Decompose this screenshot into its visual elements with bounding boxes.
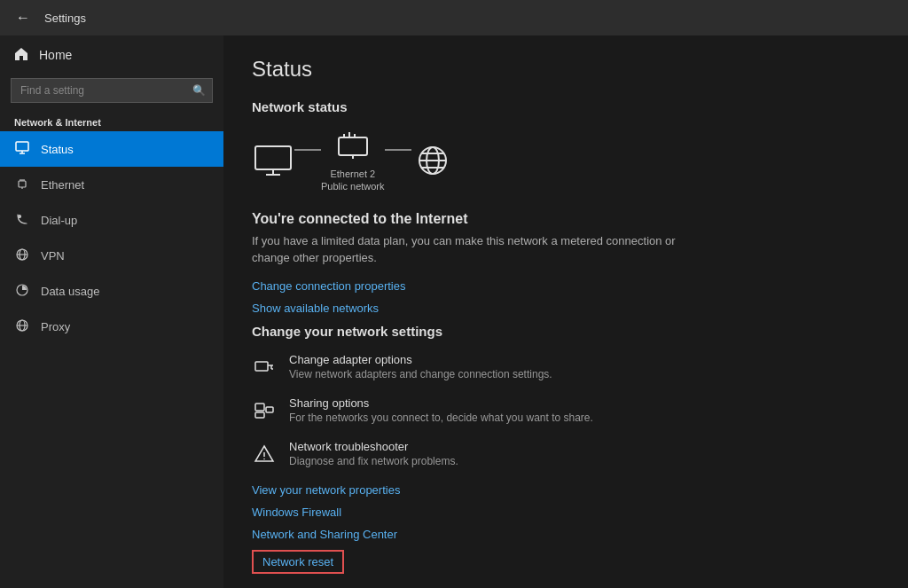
sidebar-item-ethernet[interactable]: Ethernet [0,167,223,202]
vpn-icon [14,247,30,264]
proxy-icon [14,318,30,335]
svg-rect-35 [255,412,264,418]
net-node-computer [252,143,294,178]
sidebar-label-vpn: VPN [41,249,65,263]
net-node-globe [411,143,454,178]
svg-rect-36 [266,407,273,412]
sidebar-label-proxy: Proxy [41,320,70,333]
sidebar-label-dialup: Dial-up [41,214,77,227]
svg-point-8 [19,215,21,217]
net-line-2 [385,149,411,151]
sidebar-item-dialup[interactable]: Dial-up [0,202,223,238]
adapter-desc: View network adapters and change connect… [289,368,552,380]
svg-rect-34 [255,404,264,411]
sidebar-section-title: Network & Internet [0,110,223,131]
sharing-center-link[interactable]: Network and Sharing Center [252,528,397,541]
svg-point-38 [263,458,265,459]
svg-rect-19 [339,137,367,155]
network-properties-link[interactable]: View your network properties [252,483,400,497]
sharing-icon [252,398,277,423]
sidebar-item-data-usage[interactable]: Data usage [0,273,223,309]
change-connection-link[interactable]: Change connection properties [252,279,405,293]
settings-item-troubleshooter: Network troubleshooter Diagnose and fix … [252,440,880,467]
page-title: Status [252,57,880,82]
ethernet-icon [14,176,30,193]
sidebar: Home 🔍 Network & Internet Status [0,35,223,588]
change-settings-title: Change your network settings [252,324,880,339]
home-label: Home [39,48,72,62]
sidebar-label-data-usage: Data usage [41,285,100,298]
connected-title: You're connected to the Internet [252,211,880,227]
troubleshooter-icon [252,442,277,466]
adapter-title: Change adapter options [289,353,552,366]
connected-desc: If you have a limited data plan, you can… [252,232,695,267]
settings-item-sharing: Sharing options For the networks you con… [252,396,880,424]
net-node-router: Ethernet 2Public network [321,129,385,193]
sharing-desc: For the networks you connect to, decide … [289,412,593,424]
svg-rect-16 [255,146,291,169]
svg-rect-3 [19,181,26,187]
sidebar-item-status[interactable]: Status [0,131,223,167]
net-node-router-label: Ethernet 2Public network [321,168,385,193]
network-reset-button[interactable]: Network reset [252,550,344,574]
main-layout: Home 🔍 Network & Internet Status [0,35,908,588]
network-diagram: Ethernet 2Public network [252,129,880,193]
title-bar: ← Settings [0,0,908,35]
show-networks-link[interactable]: Show available networks [252,302,379,315]
windows-firewall-row: Windows Firewall [252,506,880,519]
network-status-title: Network status [252,99,880,114]
svg-rect-0 [16,142,28,151]
sidebar-label-status: Status [41,143,74,156]
data-usage-icon [14,283,30,300]
sidebar-item-home[interactable]: Home [0,35,223,74]
troubleshooter-desc: Diagnose and fix network problems. [289,455,458,467]
windows-firewall-link[interactable]: Windows Firewall [252,506,341,519]
sharing-center-row: Network and Sharing Center [252,528,880,541]
settings-item-adapter: Change adapter options View network adap… [252,353,880,380]
sidebar-item-vpn[interactable]: VPN [0,238,223,273]
sidebar-item-proxy[interactable]: Proxy [0,309,223,344]
search-input[interactable] [11,78,213,103]
sharing-title: Sharing options [289,396,593,410]
sidebar-search: 🔍 [11,78,213,103]
network-properties-row: View your network properties [252,483,880,497]
svg-point-32 [271,365,273,366]
back-button[interactable]: ← [11,5,35,30]
status-icon [14,141,30,158]
title-bar-title: Settings [44,12,86,25]
home-icon [14,47,28,64]
sidebar-label-ethernet: Ethernet [41,178,84,192]
adapter-icon [252,355,277,380]
svg-rect-29 [255,362,268,371]
troubleshooter-title: Network troubleshooter [289,440,458,453]
svg-point-33 [271,368,273,370]
net-line-1 [294,149,321,151]
network-reset-row: Network reset [252,550,880,574]
dialup-icon [14,212,30,229]
content-area: Status Network status [223,35,908,588]
search-icon: 🔍 [192,84,206,97]
